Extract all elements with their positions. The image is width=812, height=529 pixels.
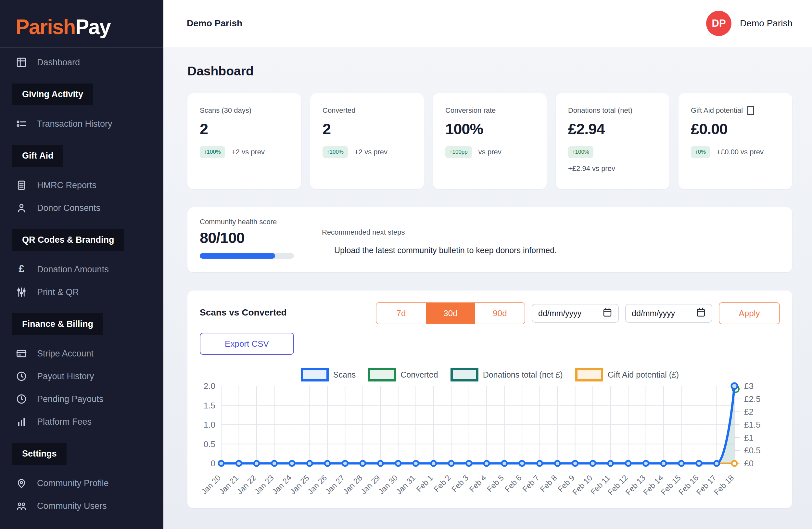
map-pin-icon <box>16 477 27 489</box>
top-header: Demo Parish DP Demo Parish <box>163 0 812 47</box>
svg-text:£0: £0 <box>744 458 754 468</box>
chart-legend: Scans Converted Donations total (net £) … <box>200 368 780 382</box>
sidebar-item-label: Community Profile <box>37 478 109 488</box>
community-health-card: Community health score 80/100 Recommende… <box>187 207 792 272</box>
sidebar-item-hmrc-reports[interactable]: HMRC Reports <box>0 174 163 197</box>
sidebar-section-gift-aid: Gift Aid <box>12 145 63 167</box>
svg-text:Feb 12: Feb 12 <box>606 473 629 497</box>
sidebar-item-label: Platform Fees <box>37 417 91 427</box>
legend-swatch <box>450 368 478 382</box>
clock-icon <box>16 370 27 382</box>
kpi-value: 100% <box>445 120 534 138</box>
svg-text:£: £ <box>18 263 24 275</box>
sidebar-item-donor-consents[interactable]: Donor Consents <box>0 197 163 219</box>
kpi-value: £2.94 <box>568 120 657 138</box>
svg-text:Feb 2: Feb 2 <box>432 473 452 493</box>
kpi-value: £0.00 <box>691 120 780 138</box>
svg-text:Feb 3: Feb 3 <box>450 473 470 493</box>
svg-text:Jan 25: Jan 25 <box>288 473 311 496</box>
legend-item-converted[interactable]: Converted <box>368 368 438 382</box>
trend-badge: ↑100% <box>568 146 593 158</box>
sidebar-section-settings: Settings <box>12 443 67 464</box>
range-90d-button[interactable]: 90d <box>475 303 524 324</box>
kpi-value: 2 <box>200 120 289 138</box>
legend-label: Donations total (net £) <box>483 370 563 380</box>
sidebar-item-label: Payout History <box>37 371 94 382</box>
credit-card-icon <box>16 348 27 359</box>
kpi-delta: vs prev <box>478 148 502 156</box>
legend-swatch <box>301 368 329 382</box>
calendar-icon[interactable] <box>696 307 706 319</box>
kpi-value: 2 <box>322 120 411 138</box>
next-steps-block: Recommended next steps Upload the latest… <box>322 218 557 262</box>
range-segmented-control: 7d 30d 90d <box>376 302 525 324</box>
kpi-delta: +£0.00 vs prev <box>716 148 764 156</box>
sliders-icon <box>16 286 27 298</box>
kpi-card-converted: Converted 2 ↑100% +2 vs prev <box>310 93 424 189</box>
health-progress-track <box>200 253 294 259</box>
avatar[interactable]: DP <box>706 11 731 36</box>
svg-text:Jan 24: Jan 24 <box>270 473 293 496</box>
sidebar-item-transaction-history[interactable]: Transaction History <box>0 112 163 135</box>
svg-text:Jan 23: Jan 23 <box>253 473 275 496</box>
svg-text:1.5: 1.5 <box>204 401 215 410</box>
svg-text:1.0: 1.0 <box>204 420 215 430</box>
svg-text:Jan 31: Jan 31 <box>394 473 417 496</box>
sidebar-item-label: Pending Payouts <box>37 394 103 404</box>
trend-badge: ↑100pp <box>445 146 472 158</box>
sidebar-item-payout-history[interactable]: Payout History <box>0 365 163 388</box>
sidebar-item-community-users[interactable]: Community Users <box>0 495 163 517</box>
export-csv-button[interactable]: Export CSV <box>200 333 294 355</box>
list-icon <box>16 118 27 130</box>
svg-text:Feb 15: Feb 15 <box>659 473 682 497</box>
bar-chart-icon <box>16 416 27 428</box>
svg-text:Jan 29: Jan 29 <box>359 473 382 496</box>
chart-title: Scans vs Converted <box>200 302 287 318</box>
legend-item-scans[interactable]: Scans <box>301 368 356 382</box>
sidebar-item-donation-amounts[interactable]: £ Donation Amounts <box>0 258 163 281</box>
pound-icon: £ <box>16 263 27 275</box>
sidebar-item-print-qr[interactable]: Print & QR <box>0 281 163 303</box>
sidebar-item-label: Donor Consents <box>37 203 100 213</box>
account-menu[interactable]: DP Demo Parish <box>706 11 793 36</box>
trend-badge: ↑0% <box>691 146 710 158</box>
sidebar-section-giving-activity: Giving Activity <box>12 84 93 105</box>
legend-item-donations-total[interactable]: Donations total (net £) <box>450 368 563 382</box>
sidebar-item-community-profile[interactable]: Community Profile <box>0 472 163 495</box>
header-community-title: Demo Parish <box>187 18 242 29</box>
apply-button[interactable]: Apply <box>719 302 780 324</box>
kpi-delta: +2 vs prev <box>232 148 265 156</box>
kpi-card-gift-aid-potential: Gift Aid potential £0.00 ↑0% +£0.00 vs p… <box>679 93 792 189</box>
legend-item-gift-aid[interactable]: Gift Aid potential (£) <box>575 368 679 382</box>
sidebar-item-dashboard[interactable]: Dashboard <box>0 51 163 74</box>
person-icon <box>16 202 27 214</box>
svg-text:£0.5: £0.5 <box>744 445 761 455</box>
next-steps-label: Recommended next steps <box>322 228 557 237</box>
sidebar-item-label: Dashboard <box>37 58 80 68</box>
legend-label: Converted <box>401 370 438 380</box>
sidebar-item-pending-payouts[interactable]: Pending Payouts <box>0 388 163 410</box>
svg-text:£3: £3 <box>744 381 754 391</box>
sidebar-item-stripe-account[interactable]: Stripe Account <box>0 342 163 365</box>
sidebar-item-label: Transaction History <box>37 119 112 129</box>
sidebar-item-label: Print & QR <box>37 287 79 297</box>
sidebar-item-label: Community Users <box>37 501 107 511</box>
svg-text:Feb 7: Feb 7 <box>521 473 541 493</box>
kpi-label: Converted <box>322 106 411 115</box>
svg-text:2.0: 2.0 <box>204 381 215 391</box>
dashboard-content: Dashboard Scans (30 days) 2 ↑100% +2 vs … <box>163 47 812 529</box>
legend-label: Gift Aid potential (£) <box>608 370 679 380</box>
calendar-icon[interactable] <box>603 307 612 319</box>
chart-controls: 7d 30d 90d dd/mm/yyyy dd/mm/yyyy Apply <box>376 302 780 324</box>
range-30d-button[interactable]: 30d <box>426 303 475 324</box>
kpi-label: Gift Aid potential <box>691 106 743 115</box>
sidebar-item-platform-fees[interactable]: Platform Fees <box>0 410 163 433</box>
kpi-label: Donations total (net) <box>568 106 657 115</box>
svg-text:Jan 21: Jan 21 <box>217 473 240 496</box>
date-from-input[interactable]: dd/mm/yyyy <box>532 304 619 323</box>
range-7d-button[interactable]: 7d <box>376 303 426 324</box>
svg-text:Feb 6: Feb 6 <box>503 473 523 493</box>
svg-text:Feb 5: Feb 5 <box>485 473 505 493</box>
kpi-delta: +£2.94 vs prev <box>568 165 657 173</box>
date-to-input[interactable]: dd/mm/yyyy <box>625 304 712 323</box>
